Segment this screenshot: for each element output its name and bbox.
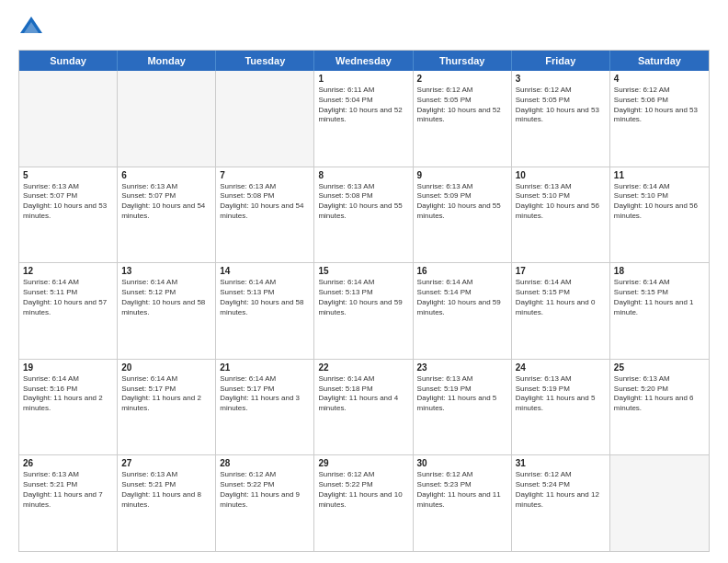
calendar-cell: 12Sunrise: 6:14 AMSunset: 5:11 PMDayligh… — [19, 263, 118, 359]
weekday-header: Friday — [512, 51, 610, 71]
cell-text: Sunrise: 6:14 AMSunset: 5:15 PMDaylight:… — [614, 278, 705, 317]
calendar-cell: 24Sunrise: 6:13 AMSunset: 5:19 PMDayligh… — [512, 360, 610, 455]
calendar-cell: 25Sunrise: 6:13 AMSunset: 5:20 PMDayligh… — [610, 360, 709, 455]
cell-text: Sunrise: 6:13 AMSunset: 5:19 PMDaylight:… — [516, 374, 606, 414]
cell-text: Sunrise: 6:14 AMSunset: 5:17 PMDaylight:… — [220, 374, 310, 414]
weekday-header: Tuesday — [216, 51, 314, 71]
calendar-row: 5Sunrise: 6:13 AMSunset: 5:07 PMDaylight… — [19, 167, 709, 263]
day-number: 15 — [318, 266, 408, 276]
calendar-cell: 26Sunrise: 6:13 AMSunset: 5:21 PMDayligh… — [19, 455, 118, 551]
calendar-cell: 29Sunrise: 6:12 AMSunset: 5:22 PMDayligh… — [314, 455, 413, 551]
calendar-cell: 6Sunrise: 6:13 AMSunset: 5:07 PMDaylight… — [118, 167, 216, 263]
calendar-row: 26Sunrise: 6:13 AMSunset: 5:21 PMDayligh… — [19, 454, 709, 551]
calendar-cell — [19, 71, 118, 167]
calendar-cell — [216, 71, 314, 167]
cell-text: Sunrise: 6:14 AMSunset: 5:14 PMDaylight:… — [417, 278, 507, 317]
calendar-cell: 17Sunrise: 6:14 AMSunset: 5:15 PMDayligh… — [512, 263, 610, 359]
cell-text: Sunrise: 6:12 AMSunset: 5:05 PMDaylight:… — [417, 86, 507, 125]
calendar-body: 1Sunrise: 6:11 AMSunset: 5:04 PMDaylight… — [19, 71, 709, 551]
calendar-cell: 4Sunrise: 6:12 AMSunset: 5:06 PMDaylight… — [610, 71, 709, 167]
day-number: 2 — [417, 74, 507, 84]
calendar: SundayMondayTuesdayWednesdayThursdayFrid… — [18, 50, 710, 552]
page: SundayMondayTuesdayWednesdayThursdayFrid… — [0, 0, 728, 563]
cell-text: Sunrise: 6:13 AMSunset: 5:08 PMDaylight:… — [318, 182, 408, 222]
calendar-cell: 13Sunrise: 6:14 AMSunset: 5:12 PMDayligh… — [118, 263, 216, 359]
calendar-cell — [118, 71, 216, 167]
calendar-cell: 21Sunrise: 6:14 AMSunset: 5:17 PMDayligh… — [216, 360, 314, 455]
calendar-cell: 16Sunrise: 6:14 AMSunset: 5:14 PMDayligh… — [414, 263, 512, 359]
day-number: 30 — [417, 458, 507, 468]
weekday-header: Saturday — [610, 51, 709, 71]
calendar-cell: 2Sunrise: 6:12 AMSunset: 5:05 PMDaylight… — [414, 71, 512, 167]
day-number: 27 — [121, 458, 211, 468]
calendar-cell: 8Sunrise: 6:13 AMSunset: 5:08 PMDaylight… — [314, 167, 413, 263]
calendar-cell: 23Sunrise: 6:13 AMSunset: 5:19 PMDayligh… — [414, 360, 512, 455]
cell-text: Sunrise: 6:14 AMSunset: 5:12 PMDaylight:… — [121, 278, 211, 317]
cell-text: Sunrise: 6:13 AMSunset: 5:19 PMDaylight:… — [417, 374, 507, 414]
calendar-cell: 19Sunrise: 6:14 AMSunset: 5:16 PMDayligh… — [19, 360, 118, 455]
cell-text: Sunrise: 6:13 AMSunset: 5:21 PMDaylight:… — [23, 470, 113, 510]
day-number: 21 — [220, 362, 310, 373]
calendar-header: SundayMondayTuesdayWednesdayThursdayFrid… — [19, 51, 709, 71]
cell-text: Sunrise: 6:12 AMSunset: 5:23 PMDaylight:… — [417, 470, 507, 510]
calendar-cell: 3Sunrise: 6:12 AMSunset: 5:05 PMDaylight… — [512, 71, 610, 167]
calendar-cell: 31Sunrise: 6:12 AMSunset: 5:24 PMDayligh… — [512, 455, 610, 551]
cell-text: Sunrise: 6:13 AMSunset: 5:07 PMDaylight:… — [23, 182, 113, 222]
day-number: 10 — [516, 170, 606, 180]
day-number: 5 — [23, 170, 113, 180]
weekday-header: Wednesday — [314, 51, 413, 71]
calendar-cell: 9Sunrise: 6:13 AMSunset: 5:09 PMDaylight… — [414, 167, 512, 263]
cell-text: Sunrise: 6:11 AMSunset: 5:04 PMDaylight:… — [318, 86, 408, 125]
day-number: 18 — [614, 266, 705, 276]
day-number: 19 — [23, 362, 113, 373]
day-number: 8 — [318, 170, 408, 180]
calendar-cell — [610, 455, 709, 551]
cell-text: Sunrise: 6:13 AMSunset: 5:07 PMDaylight:… — [121, 182, 211, 222]
calendar-cell: 28Sunrise: 6:12 AMSunset: 5:22 PMDayligh… — [216, 455, 314, 551]
cell-text: Sunrise: 6:13 AMSunset: 5:09 PMDaylight:… — [417, 182, 507, 222]
calendar-cell: 5Sunrise: 6:13 AMSunset: 5:07 PMDaylight… — [19, 167, 118, 263]
logo — [18, 15, 48, 40]
cell-text: Sunrise: 6:12 AMSunset: 5:22 PMDaylight:… — [220, 470, 310, 510]
cell-text: Sunrise: 6:14 AMSunset: 5:10 PMDaylight:… — [614, 182, 705, 222]
calendar-cell: 22Sunrise: 6:14 AMSunset: 5:18 PMDayligh… — [314, 360, 413, 455]
cell-text: Sunrise: 6:12 AMSunset: 5:05 PMDaylight:… — [516, 86, 606, 125]
cell-text: Sunrise: 6:13 AMSunset: 5:08 PMDaylight:… — [220, 182, 310, 222]
day-number: 9 — [417, 170, 507, 180]
day-number: 17 — [516, 266, 606, 276]
cell-text: Sunrise: 6:14 AMSunset: 5:11 PMDaylight:… — [23, 278, 113, 317]
day-number: 28 — [220, 458, 310, 468]
calendar-cell: 30Sunrise: 6:12 AMSunset: 5:23 PMDayligh… — [414, 455, 512, 551]
day-number: 13 — [121, 266, 211, 276]
cell-text: Sunrise: 6:14 AMSunset: 5:13 PMDaylight:… — [220, 278, 310, 317]
day-number: 11 — [614, 170, 705, 180]
weekday-header: Thursday — [414, 51, 512, 71]
calendar-cell: 7Sunrise: 6:13 AMSunset: 5:08 PMDaylight… — [216, 167, 314, 263]
cell-text: Sunrise: 6:14 AMSunset: 5:17 PMDaylight:… — [121, 374, 211, 414]
day-number: 29 — [318, 458, 408, 468]
day-number: 16 — [417, 266, 507, 276]
cell-text: Sunrise: 6:14 AMSunset: 5:15 PMDaylight:… — [516, 278, 606, 317]
cell-text: Sunrise: 6:13 AMSunset: 5:21 PMDaylight:… — [121, 470, 211, 510]
calendar-cell: 27Sunrise: 6:13 AMSunset: 5:21 PMDayligh… — [118, 455, 216, 551]
weekday-header: Sunday — [19, 51, 118, 71]
cell-text: Sunrise: 6:14 AMSunset: 5:16 PMDaylight:… — [23, 374, 113, 414]
calendar-cell: 1Sunrise: 6:11 AMSunset: 5:04 PMDaylight… — [314, 71, 413, 167]
calendar-cell: 18Sunrise: 6:14 AMSunset: 5:15 PMDayligh… — [610, 263, 709, 359]
calendar-cell: 20Sunrise: 6:14 AMSunset: 5:17 PMDayligh… — [118, 360, 216, 455]
day-number: 3 — [516, 74, 606, 84]
header — [18, 15, 710, 40]
cell-text: Sunrise: 6:12 AMSunset: 5:24 PMDaylight:… — [516, 470, 606, 510]
logo-icon — [18, 15, 44, 40]
day-number: 20 — [121, 362, 211, 373]
day-number: 24 — [516, 362, 606, 373]
day-number: 6 — [121, 170, 211, 180]
calendar-cell: 11Sunrise: 6:14 AMSunset: 5:10 PMDayligh… — [610, 167, 709, 263]
day-number: 31 — [516, 458, 606, 468]
day-number: 12 — [23, 266, 113, 276]
day-number: 26 — [23, 458, 113, 468]
day-number: 7 — [220, 170, 310, 180]
day-number: 1 — [318, 74, 408, 84]
weekday-header: Monday — [118, 51, 216, 71]
cell-text: Sunrise: 6:14 AMSunset: 5:18 PMDaylight:… — [318, 374, 408, 414]
